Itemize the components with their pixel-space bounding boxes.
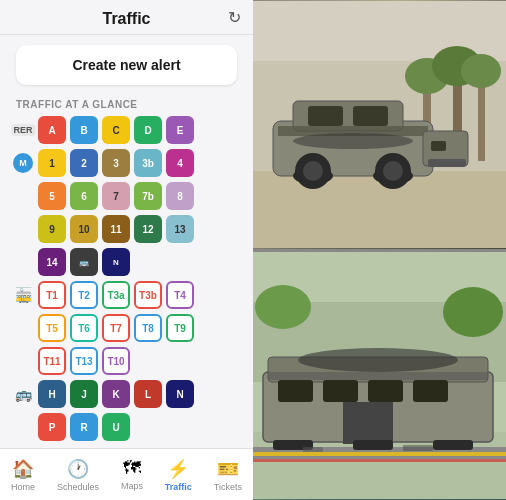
metro-3-badge[interactable]: 3 bbox=[102, 149, 130, 177]
metro-4-badge[interactable]: 4 bbox=[166, 149, 194, 177]
nav-schedules[interactable]: 🕐 Schedules bbox=[49, 454, 107, 496]
svg-point-16 bbox=[303, 161, 323, 181]
misc-row: P R U bbox=[12, 413, 241, 441]
j-badge[interactable]: J bbox=[70, 380, 98, 408]
tram-2-badge[interactable]: T2 bbox=[70, 281, 98, 309]
svg-rect-38 bbox=[268, 372, 488, 380]
burned-car-scene bbox=[253, 1, 506, 248]
svg-rect-4 bbox=[478, 76, 485, 161]
burned-car-photo bbox=[253, 0, 506, 249]
tram-3b-badge[interactable]: T3b bbox=[134, 281, 162, 309]
section-label: TRAFFIC AT A GLANCE bbox=[0, 95, 253, 116]
metro-2-badge[interactable]: 2 bbox=[70, 149, 98, 177]
metro-1-badge[interactable]: 1 bbox=[38, 149, 66, 177]
nav-tickets-label: Tickets bbox=[214, 482, 242, 492]
nav-tickets[interactable]: 🎫 Tickets bbox=[206, 454, 250, 496]
svg-rect-44 bbox=[303, 447, 323, 452]
tram-9-badge[interactable]: T9 bbox=[166, 314, 194, 342]
svg-rect-42 bbox=[253, 452, 506, 456]
refresh-icon[interactable]: ↻ bbox=[228, 8, 241, 27]
metro-8-badge[interactable]: 8 bbox=[166, 182, 194, 210]
p-badge[interactable]: P bbox=[38, 413, 66, 441]
n-badge[interactable]: N bbox=[166, 380, 194, 408]
tram-8-badge[interactable]: T8 bbox=[134, 314, 162, 342]
rer-e-badge[interactable]: E bbox=[166, 116, 194, 144]
rer-c-badge[interactable]: C bbox=[102, 116, 130, 144]
tram-7-badge[interactable]: T7 bbox=[102, 314, 130, 342]
left-panel: Traffic ↻ Create new alert TRAFFIC AT A … bbox=[0, 0, 253, 500]
rer-prefix: RER bbox=[12, 119, 34, 141]
noctilien-badge[interactable]: N bbox=[102, 248, 130, 276]
tram-5-badge[interactable]: T5 bbox=[38, 314, 66, 342]
traffic-icon: ⚡ bbox=[167, 458, 189, 480]
l-badge[interactable]: L bbox=[134, 380, 162, 408]
metro-5-badge[interactable]: 5 bbox=[38, 182, 66, 210]
svg-point-27 bbox=[443, 287, 503, 337]
metro-7b-badge[interactable]: 7b bbox=[134, 182, 162, 210]
metro-10-badge[interactable]: 10 bbox=[70, 215, 98, 243]
r-badge[interactable]: R bbox=[70, 413, 98, 441]
tram-3a-badge[interactable]: T3a bbox=[102, 281, 130, 309]
svg-rect-45 bbox=[403, 445, 433, 451]
metro-13-badge[interactable]: 13 bbox=[166, 215, 194, 243]
svg-rect-23 bbox=[431, 141, 446, 151]
create-alert-button[interactable]: Create new alert bbox=[16, 45, 237, 85]
transit-grid: RER A B C D E M 1 2 3 3b 4 5 6 7 7b 8 bbox=[0, 116, 253, 448]
rer-label: RER bbox=[11, 124, 36, 136]
svg-rect-36 bbox=[343, 402, 393, 444]
rer-b-badge[interactable]: B bbox=[70, 116, 98, 144]
header-title: Traffic bbox=[102, 10, 150, 28]
metro-9-badge[interactable]: 9 bbox=[38, 215, 66, 243]
svg-point-37 bbox=[298, 348, 458, 372]
empty-prefix-4 bbox=[12, 317, 34, 339]
tram-11-badge[interactable]: T11 bbox=[38, 347, 66, 375]
right-panel bbox=[253, 0, 506, 500]
svg-point-7 bbox=[461, 54, 501, 88]
svg-rect-41 bbox=[433, 440, 473, 450]
svg-point-26 bbox=[255, 285, 311, 329]
svg-point-20 bbox=[293, 133, 413, 149]
empty-prefix-5 bbox=[12, 350, 34, 372]
tram-row-3: T11 T13 T10 bbox=[12, 347, 241, 375]
rer-d-badge[interactable]: D bbox=[134, 116, 162, 144]
nav-home[interactable]: 🏠 Home bbox=[3, 454, 43, 496]
nav-maps[interactable]: 🗺 Maps bbox=[113, 454, 151, 495]
metro-14-badge[interactable]: 14 bbox=[38, 248, 66, 276]
metro-7-badge[interactable]: 7 bbox=[102, 182, 130, 210]
metro-3b-badge[interactable]: 3b bbox=[134, 149, 162, 177]
u-badge[interactable]: U bbox=[102, 413, 130, 441]
maps-icon: 🗺 bbox=[123, 458, 141, 479]
tram-1-badge[interactable]: T1 bbox=[38, 281, 66, 309]
tram-row-2: T5 T6 T7 T8 T9 bbox=[12, 314, 241, 342]
metro-prefix: M bbox=[12, 152, 34, 174]
metro-11-badge[interactable]: 11 bbox=[102, 215, 130, 243]
burned-tram-scene bbox=[253, 252, 506, 499]
nav-schedules-label: Schedules bbox=[57, 482, 99, 492]
metro-12-badge[interactable]: 12 bbox=[134, 215, 162, 243]
home-icon: 🏠 bbox=[12, 458, 34, 480]
nav-traffic[interactable]: ⚡ Traffic bbox=[157, 454, 200, 496]
metro-row-3: 9 10 11 12 13 bbox=[12, 215, 241, 243]
tram-4-badge[interactable]: T4 bbox=[166, 281, 194, 309]
tram-6-badge[interactable]: T6 bbox=[70, 314, 98, 342]
empty-prefix-2 bbox=[12, 218, 34, 240]
tram-10-badge[interactable]: T10 bbox=[102, 347, 130, 375]
bus-prefix: 🚌 bbox=[12, 383, 34, 405]
k-badge[interactable]: K bbox=[102, 380, 130, 408]
rer-a-badge[interactable]: A bbox=[38, 116, 66, 144]
nav-traffic-label: Traffic bbox=[165, 482, 192, 492]
metro-6-badge[interactable]: 6 bbox=[70, 182, 98, 210]
empty-prefix-1 bbox=[12, 185, 34, 207]
svg-rect-11 bbox=[308, 106, 343, 126]
svg-rect-32 bbox=[278, 380, 313, 402]
bus-badge[interactable]: 🚌 bbox=[70, 248, 98, 276]
tram-row-1: 🚋 T1 T2 T3a T3b T4 bbox=[12, 281, 241, 309]
nav-maps-label: Maps bbox=[121, 481, 143, 491]
metro-label: M bbox=[13, 153, 33, 173]
tram-13-badge[interactable]: T13 bbox=[70, 347, 98, 375]
schedules-icon: 🕐 bbox=[67, 458, 89, 480]
empty-prefix-6 bbox=[12, 416, 34, 438]
h-badge[interactable]: H bbox=[38, 380, 66, 408]
svg-rect-33 bbox=[323, 380, 358, 402]
svg-rect-22 bbox=[428, 159, 466, 167]
